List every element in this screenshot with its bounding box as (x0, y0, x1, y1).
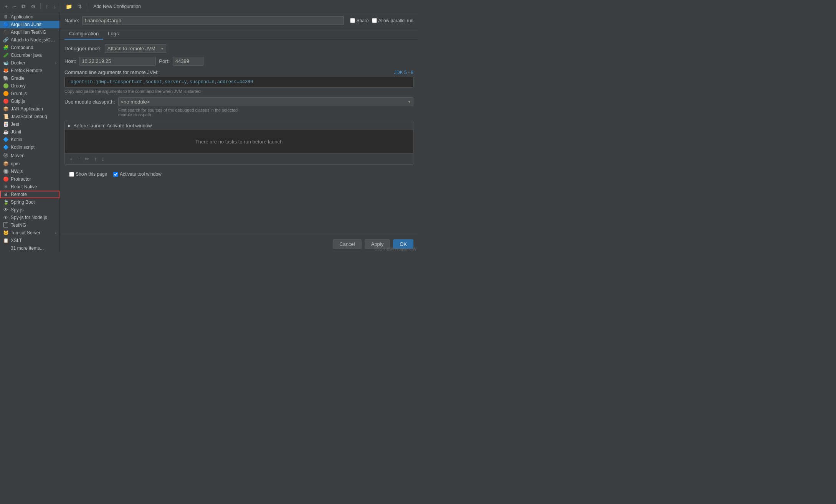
sidebar-item-label-cucumber-java: Cucumber java (11, 53, 42, 58)
sidebar-item-icon-spy-js: 👁 (3, 207, 8, 212)
sidebar-item-gruntjs[interactable]: 🟠Grunt.js (0, 90, 59, 97)
sidebar-item-label-attach-nodejs: Attach to Node.js/Chrome (11, 37, 56, 43)
jvm-args-box: -agentlib:jdwp=transport=dt_socket,serve… (64, 77, 413, 87)
sidebar-item-remote[interactable]: 🖥Remote (0, 191, 59, 198)
sidebar-item-xslt[interactable]: 📋XSLT (0, 237, 59, 244)
before-launch-section: ▶ Before launch: Activate tool window Th… (64, 121, 413, 165)
module-select[interactable]: <no module> (118, 97, 413, 106)
move-task-up-button[interactable]: ↑ (93, 155, 98, 163)
activate-window-checkbox[interactable] (113, 172, 118, 177)
sidebar-item-icon-react-native: ⚛ (3, 184, 8, 189)
sidebar-item-javascript-debug[interactable]: 📜JavaScript Debug (0, 113, 59, 120)
sidebar-item-label-xslt: XSLT (11, 238, 22, 243)
sidebar-item-label-firefox-remote: Firefox Remote (11, 68, 42, 73)
sidebar-item-docker[interactable]: 🐋Docker› (0, 59, 59, 67)
add-task-button[interactable]: + (68, 155, 74, 163)
sidebar-item-nwjs[interactable]: 🔘NW.js (0, 168, 59, 175)
sidebar: 🖥Application🔵Arquillian JUnit⚫Arquillian… (0, 13, 60, 252)
show-page-checkbox[interactable] (69, 172, 74, 177)
debugger-mode-select-wrapper: Attach to remote JVM Listen to remote JV… (105, 44, 166, 53)
sidebar-item-gulpjs[interactable]: 🔴Gulp.js (0, 97, 59, 105)
share-checkbox-label[interactable]: Share (350, 18, 369, 23)
sidebar-item-label-maven: Maven (11, 153, 25, 158)
remove-task-button[interactable]: − (76, 155, 82, 163)
sidebar-item-label-javascript-debug: JavaScript Debug (11, 114, 47, 119)
sidebar-item-more-items[interactable]: 31 more items... (0, 244, 59, 252)
jdk-link[interactable]: JDK 5 - 8 (394, 70, 413, 75)
sidebar-item-label-gradle: Gradle (11, 76, 25, 81)
separator-1 (40, 3, 41, 10)
sidebar-item-kotlin-script[interactable]: 🔷Kotlin script (0, 143, 59, 151)
sidebar-item-arrow-tomcat-server: › (55, 231, 56, 235)
sidebar-item-label-jest: Jest (11, 122, 19, 127)
sidebar-item-arquillian-junit[interactable]: 🔵Arquillian JUnit (0, 21, 59, 28)
sidebar-item-icon-firefox-remote: 🦊 (3, 68, 8, 73)
sidebar-item-icon-gruntjs: 🟠 (3, 91, 8, 96)
sidebar-item-junit[interactable]: ☕JUnit (0, 128, 59, 136)
folder-icon[interactable]: 📁 (64, 3, 74, 10)
config-panel: Name: Share Allow parallel run Configura… (60, 13, 418, 252)
host-input[interactable] (79, 57, 156, 66)
sort-icon[interactable]: ⇅ (76, 3, 84, 10)
sidebar-item-compound[interactable]: 🧩Compound (0, 44, 59, 51)
sidebar-item-groovy[interactable]: 🟢Groovy (0, 82, 59, 90)
sidebar-item-application[interactable]: 🖥Application (0, 13, 59, 21)
host-label: Host: (64, 58, 76, 64)
sidebar-item-label-jar-application: JAR Application (11, 106, 43, 112)
add-config-icon[interactable]: + (3, 3, 9, 10)
sidebar-item-label-kotlin: Kotlin (11, 137, 22, 142)
sidebar-item-label-react-native: React Native (11, 184, 37, 189)
edit-task-button[interactable]: ✏ (83, 155, 91, 163)
sidebar-item-testng[interactable]: 🅃TestNG (0, 221, 59, 229)
settings-icon[interactable]: ⚙ (29, 3, 37, 10)
remove-config-icon[interactable]: − (12, 3, 18, 10)
sidebar-item-icon-protractor: 🔴 (3, 176, 8, 182)
before-launch-header[interactable]: ▶ Before launch: Activate tool window (65, 121, 413, 130)
name-input[interactable] (82, 16, 344, 25)
tabs: Configuration Logs (60, 28, 418, 40)
sidebar-item-arquillian-testng[interactable]: ⚫Arquillian TestNG (0, 28, 59, 36)
sidebar-item-gradle[interactable]: 🐘Gradle (0, 74, 59, 82)
sidebar-item-label-arquillian-junit: Arquillian JUnit (11, 22, 41, 27)
footer-options: Show this page Activate tool window (64, 168, 413, 180)
sidebar-item-spy-js-node[interactable]: 👁Spy-js for Node.js (0, 214, 59, 221)
sidebar-item-kotlin[interactable]: 🔷Kotlin (0, 136, 59, 143)
sidebar-item-npm[interactable]: 📦npm (0, 160, 59, 168)
sidebar-item-attach-nodejs[interactable]: 🔗Attach to Node.js/Chrome (0, 36, 59, 44)
copy-config-icon[interactable]: ⧉ (20, 2, 27, 10)
share-checkbox[interactable] (350, 18, 355, 23)
sidebar-item-jar-application[interactable]: 📦JAR Application (0, 105, 59, 113)
move-down-icon[interactable]: ↓ (52, 3, 58, 10)
sidebar-item-firefox-remote[interactable]: 🦊Firefox Remote (0, 67, 59, 74)
activate-window-label[interactable]: Activate tool window (113, 171, 162, 177)
sidebar-item-icon-tomcat-server: 🐱 (3, 230, 8, 236)
sidebar-item-spring-boot[interactable]: 🍃Spring Boot (0, 198, 59, 206)
allow-parallel-checkbox-label[interactable]: Allow parallel run (372, 18, 413, 23)
allow-parallel-checkbox[interactable] (372, 18, 377, 23)
sidebar-item-react-native[interactable]: ⚛React Native (0, 183, 59, 191)
sidebar-item-icon-compound: 🧩 (3, 45, 8, 50)
sidebar-item-label-npm: npm (11, 161, 20, 166)
sidebar-item-cucumber-java[interactable]: 🥒Cucumber java (0, 51, 59, 59)
move-up-icon[interactable]: ↑ (44, 3, 50, 10)
debugger-mode-label: Debugger mode: (64, 46, 102, 51)
sidebar-item-icon-testng: 🅃 (3, 222, 8, 228)
sidebar-item-icon-remote: 🖥 (3, 192, 8, 197)
sidebar-item-protractor[interactable]: 🔴Protractor (0, 175, 59, 183)
sidebar-item-maven[interactable]: ⓂMaven (0, 151, 59, 160)
debugger-mode-select[interactable]: Attach to remote JVM Listen to remote JV… (105, 44, 166, 53)
sidebar-item-label-spring-boot: Spring Boot (11, 199, 35, 205)
module-classpath-row: Use module classpath: <no module> (64, 97, 413, 106)
cancel-button[interactable]: Cancel (333, 239, 361, 249)
sidebar-item-spy-js[interactable]: 👁Spy-js (0, 206, 59, 214)
show-page-label[interactable]: Show this page (69, 171, 107, 177)
tab-configuration[interactable]: Configuration (64, 28, 103, 40)
sidebar-item-icon-npm: 📦 (3, 161, 8, 166)
cmd-args-label: Command line arguments for remote JVM: (64, 69, 159, 75)
move-task-down-button[interactable]: ↓ (100, 155, 106, 163)
sidebar-item-label-junit: JUnit (11, 129, 21, 135)
port-input[interactable] (173, 57, 203, 66)
sidebar-item-tomcat-server[interactable]: 🐱Tomcat Server› (0, 229, 59, 237)
sidebar-item-jest[interactable]: 🃏Jest (0, 120, 59, 128)
tab-logs[interactable]: Logs (103, 28, 123, 40)
